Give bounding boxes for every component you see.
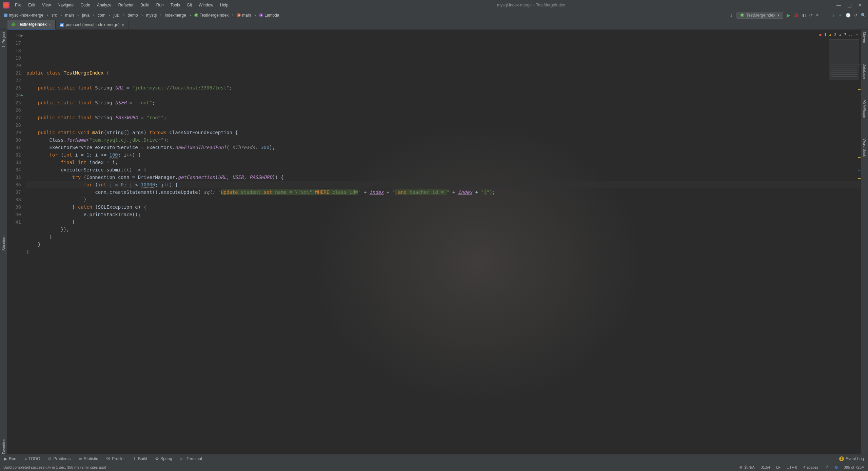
menu-view[interactable]: View xyxy=(39,1,54,9)
gutter-line[interactable]: 26 xyxy=(7,106,21,114)
gutter-line[interactable]: 31 xyxy=(7,144,21,151)
memory-indicator[interactable]: 395 of 725M xyxy=(844,465,865,469)
menu-git[interactable]: Git xyxy=(183,1,195,9)
gutter-line[interactable]: 34 xyxy=(7,166,21,173)
menu-refactor[interactable]: Refactor xyxy=(115,1,137,9)
tool-tab-statistic[interactable]: ≣ Statistic xyxy=(79,456,98,461)
code-line[interactable]: } xyxy=(26,241,861,248)
breadcrumb-java[interactable]: java xyxy=(80,12,92,18)
debug-button-icon[interactable]: 🐞 xyxy=(794,13,799,18)
code-line[interactable]: } xyxy=(26,233,861,241)
run-button-icon[interactable]: ▶ xyxy=(787,13,790,18)
breadcrumb-juzi[interactable]: juzi xyxy=(112,12,122,18)
menu-tools[interactable]: Tools xyxy=(167,1,183,9)
gutter-line[interactable]: 33 xyxy=(7,159,21,166)
code-line[interactable]: } catch (SQLException e) { xyxy=(26,203,861,211)
tool-tab-profiler[interactable]: ⦿ Profiler xyxy=(106,456,125,461)
code-line[interactable] xyxy=(26,121,861,129)
gutter-line[interactable]: 17 xyxy=(7,39,21,47)
breadcrumb-mysql-index-merge[interactable]: mysql-index-merge xyxy=(2,12,45,18)
indent-setting[interactable]: 4 spaces xyxy=(803,465,818,469)
build-icon[interactable]: ⤓ xyxy=(730,13,733,18)
gutter-run-icon[interactable]: ▶ xyxy=(21,91,23,99)
event-log-tab[interactable]: 2 Event Log xyxy=(839,456,864,461)
tool-tab-build[interactable]: ⤹ Build xyxy=(133,456,147,461)
gutter-line[interactable]: ▶16 xyxy=(7,32,21,39)
run-configuration-selector[interactable]: C TestMergeIndex ▾ xyxy=(736,12,783,19)
chevron-down-icon[interactable]: ﹀ xyxy=(855,31,859,39)
code-area[interactable]: ●1 ▲2 ▲7 ︿ ﹀ public class TestMergeIndex… xyxy=(26,30,861,454)
gutter-line[interactable]: 21 xyxy=(7,69,21,77)
code-line[interactable]: public static final String PASSWORD = "r… xyxy=(26,114,861,121)
git-rollback-icon[interactable]: ↺ xyxy=(854,13,857,18)
error-stripe[interactable] xyxy=(857,30,861,454)
gutter-line[interactable]: 22 xyxy=(7,77,21,84)
tool-tab-run[interactable]: ▶ Run xyxy=(4,456,16,461)
google-icon[interactable]: G xyxy=(835,465,838,469)
power-save-status[interactable]: ⦿/N/A xyxy=(739,465,754,469)
breadcrumb-indexmerge[interactable]: indexmerge xyxy=(163,12,188,18)
gutter-line[interactable]: 29 xyxy=(7,129,21,136)
maximize-button[interactable]: ▢ xyxy=(847,3,852,7)
tool-tab-problems[interactable]: ⊘ Problems xyxy=(48,456,71,461)
menu-build[interactable]: Build xyxy=(137,1,153,9)
gutter-line[interactable]: 23 xyxy=(7,84,21,91)
menu-run[interactable]: Run xyxy=(153,1,167,9)
code-line[interactable]: public static void main(String[] args) t… xyxy=(26,129,861,136)
gutter-line[interactable]: 36 xyxy=(7,181,21,188)
code-line[interactable]: for (int i = 1; i <= 100; i++) { xyxy=(26,151,861,159)
code-line[interactable]: executorService.submit(() -> { xyxy=(26,166,861,173)
left-tool-structure[interactable]: Structure xyxy=(2,236,6,251)
chevron-up-icon[interactable]: ︿ xyxy=(849,31,853,39)
git-history-icon[interactable]: 🕘 xyxy=(846,13,851,18)
code-line[interactable] xyxy=(26,255,861,263)
minimize-button[interactable]: — xyxy=(836,3,841,7)
code-line[interactable]: for (int j = 0; j < 10000; j++) { xyxy=(26,181,861,188)
editor-tab-TestMergeIndex[interactable]: C TestMergeIndex × xyxy=(7,20,56,29)
code-line[interactable]: } xyxy=(26,196,861,203)
coverage-button-icon[interactable]: ◧ xyxy=(802,13,806,18)
git-update-icon[interactable]: ⇣ xyxy=(832,13,835,18)
right-tool-word-book[interactable]: Word Book xyxy=(863,139,867,157)
gutter-line[interactable]: 30 xyxy=(7,136,21,144)
close-button[interactable]: ✕ xyxy=(858,3,862,7)
code-line[interactable]: }); xyxy=(26,226,861,233)
code-line[interactable]: Class.forName("com.mysql.cj.jdbc.Driver"… xyxy=(26,136,861,144)
code-line[interactable]: public static final String USER = "root"… xyxy=(26,99,861,106)
profile-button-icon[interactable]: ⟳ xyxy=(809,13,813,18)
menu-edit[interactable]: Edit xyxy=(25,1,39,9)
breadcrumb-main[interactable]: main xyxy=(63,12,76,18)
search-everywhere-icon[interactable]: 🔍 xyxy=(861,13,866,18)
cursor-position[interactable]: 31:54 xyxy=(761,465,770,469)
gutter-line[interactable]: 20 xyxy=(7,62,21,69)
editor-tab-pomxml[interactable]: m pom.xml (mysql-index-merge) × xyxy=(56,20,129,29)
menu-window[interactable]: Window xyxy=(195,1,217,9)
git-commit-icon[interactable]: ✓ xyxy=(839,13,842,18)
code-line[interactable]: } xyxy=(26,248,861,255)
code-line[interactable] xyxy=(26,77,861,84)
code-line[interactable] xyxy=(26,106,861,114)
tool-tab-terminal[interactable]: >_ Terminal xyxy=(180,456,202,461)
stop-button-icon[interactable]: ■ xyxy=(816,13,818,18)
line-separator[interactable]: LF xyxy=(776,465,781,469)
menu-analyze[interactable]: Analyze xyxy=(94,1,115,9)
gutter-line[interactable]: 32 xyxy=(7,151,21,159)
menu-navigate[interactable]: Navigate xyxy=(54,1,77,9)
inspection-indicators[interactable]: ●1 ▲2 ▲7 ︿ ﹀ xyxy=(819,31,859,39)
breadcrumb-com[interactable]: com xyxy=(96,12,107,18)
gutter-line[interactable]: 38 xyxy=(7,196,21,203)
menu-file[interactable]: File xyxy=(12,1,25,9)
breadcrumb-demo[interactable]: demo xyxy=(126,12,140,18)
tool-tab-todo[interactable]: ≡ TODO xyxy=(24,456,40,461)
code-line[interactable]: final int index = i; xyxy=(26,159,861,166)
code-line[interactable]: } xyxy=(26,218,861,226)
left-tool-favorites[interactable]: Favorites xyxy=(2,439,6,454)
code-line[interactable]: conn.createStatement().executeUpdate( sq… xyxy=(26,188,861,196)
gutter-line[interactable]: 27 xyxy=(7,114,21,121)
right-tool-asmplugin[interactable]: ASMPlugin xyxy=(863,100,867,118)
left-tool-project[interactable]: 1: Project xyxy=(2,32,6,47)
tool-tab-spring[interactable]: ✿ Spring xyxy=(155,456,172,461)
breadcrumb-lambda[interactable]: λ Lambda xyxy=(257,12,281,18)
code-line[interactable]: e.printStackTrace(); xyxy=(26,211,861,218)
gutter-line[interactable]: 18 xyxy=(7,47,21,54)
